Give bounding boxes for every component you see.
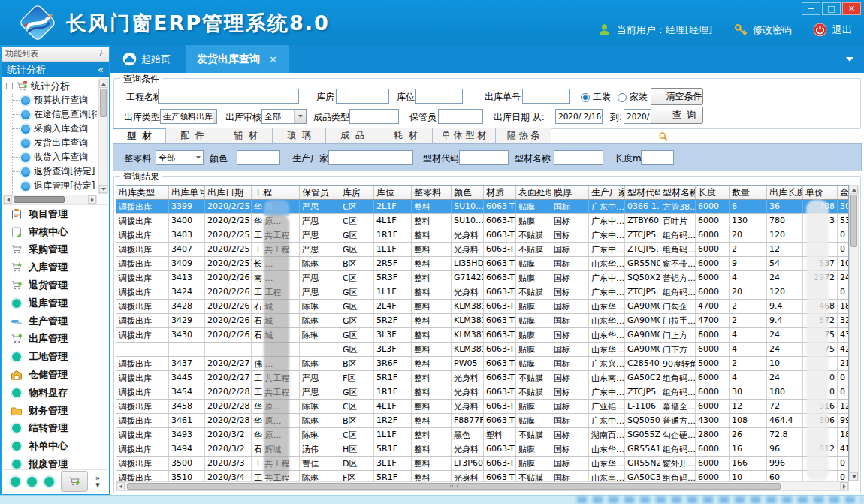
scroll-up-icon[interactable]	[850, 186, 858, 194]
sidebar-item-13[interactable]: 补单中心	[3, 437, 107, 455]
filter-input-4[interactable]	[554, 150, 603, 165]
material-tab-2[interactable]: 辅 材	[219, 128, 273, 143]
project-name-input[interactable]	[158, 89, 299, 104]
circle-icon[interactable]	[44, 477, 54, 487]
column-header-12[interactable]: 生产厂家	[589, 186, 625, 199]
table-row[interactable]: 调拨出库34582020/2/28华 原…陈琳C区4L1F整料光身料6063-T…	[116, 400, 848, 414]
column-header-8[interactable]: 颜色	[452, 186, 484, 199]
scroll-down-icon[interactable]	[850, 472, 858, 481]
table-row[interactable]: 调拨出库34612020/2/28华 原…陈琳B区1R2F整料F8877FT60…	[116, 414, 848, 428]
tab-shipment-query[interactable]: 发货出库查询 ×	[186, 45, 289, 73]
order-no-input[interactable]	[522, 89, 570, 104]
sidebar-item-8[interactable]: 工地管理	[3, 348, 107, 366]
circle-icon[interactable]	[11, 477, 20, 487]
tab-close-icon[interactable]: ×	[269, 53, 277, 65]
sidebar-item-2[interactable]: 采购管理	[3, 241, 107, 259]
column-header-13[interactable]: 型材代码	[625, 186, 660, 199]
tree-item-3[interactable]: 发货出库查询	[3, 136, 97, 150]
sidebar-item-12[interactable]: 结转管理	[3, 420, 107, 438]
out-type-select[interactable]: 生产领料出库	[160, 109, 217, 124]
audit-select[interactable]: 全部	[261, 109, 307, 124]
sidebar-item-11[interactable]: 财务管理	[3, 402, 107, 420]
table-row[interactable]: 调拨出库34092020/2/25长 …陈琳B区2R5F整料LI35HD6063…	[116, 257, 848, 271]
scroll-left-icon[interactable]	[4, 195, 12, 204]
tree-scroll-thumb[interactable]	[100, 89, 107, 117]
scroll-right-icon[interactable]	[88, 195, 96, 204]
column-header-9[interactable]: 材质	[484, 186, 516, 199]
column-header-6[interactable]: 库位	[374, 186, 412, 199]
search-button[interactable]: 查 询	[651, 107, 703, 124]
results-scroll-thumb[interactable]	[850, 195, 857, 247]
radio-jiazhuang[interactable]: 家装	[618, 91, 648, 104]
tree-horizontal-scrollbar[interactable]	[3, 195, 97, 204]
tree-item-2[interactable]: 采购入库查询	[3, 122, 97, 136]
tree-item-0[interactable]: 预算执行查询	[3, 93, 97, 107]
column-header-7[interactable]: 整零料	[412, 186, 452, 199]
collapse-icon[interactable]: «	[98, 64, 104, 75]
column-header-0[interactable]: 出库类型	[116, 186, 169, 199]
sidebar-item-10[interactable]: 物料盘存	[3, 384, 107, 402]
scroll-up-icon[interactable]	[99, 80, 107, 88]
sidebar-item-14[interactable]: 报废管理	[3, 455, 107, 470]
close-button[interactable]: ✕	[842, 2, 861, 15]
tree-item-6[interactable]: 退库管理[待定]	[3, 179, 97, 193]
column-header-4[interactable]: 保管员	[300, 186, 340, 199]
column-header-17[interactable]: 出库长度	[767, 186, 803, 199]
table-row[interactable]: 调拨出库34132020/2/26南 …严思C区5R3F整料G714226063…	[116, 271, 848, 285]
sidebar-item-5[interactable]: 退库管理	[3, 294, 107, 312]
sidebar-item-7[interactable]: 出库管理	[3, 330, 107, 349]
material-tab-0[interactable]: 型 材	[113, 128, 166, 143]
minimize-button[interactable]: ─	[802, 2, 820, 15]
material-tab-3[interactable]: 玻 璃	[273, 128, 326, 143]
sidebar-item-1[interactable]: 审核中心	[3, 223, 107, 241]
date-from-select[interactable]: 2020/ 2/16	[555, 109, 603, 124]
sidebar-item-6[interactable]: 生产管理	[3, 312, 107, 330]
keeper-input[interactable]	[438, 109, 483, 124]
table-row[interactable]: 调拨出库34302020/2/26石 城陈琳G区3L3F整料KLM3817606…	[116, 328, 848, 343]
sidebar-item-4[interactable]: 退货管理	[3, 276, 107, 294]
results-horizontal-scrollbar[interactable]	[116, 481, 849, 491]
table-row[interactable]: 调拨出库34282020/2/26石 城陈琳G区2L4F整料KLM3817606…	[116, 300, 848, 314]
table-row[interactable]: 调拨出库35102020/3/4工 共工程陈琳F区5R1F整料光身料6063-T…	[116, 471, 848, 481]
table-row[interactable]: 调拨出库35002020/3/3工 共工程曹佳D区3L1F整料LT3P60606…	[116, 457, 848, 471]
material-tab-5[interactable]: 耗 材	[379, 128, 433, 143]
clear-conditions-button[interactable]: 清空条件	[651, 88, 703, 105]
radio-gongzhuang[interactable]: 工装	[581, 91, 611, 104]
column-header-14[interactable]: 型材名称	[660, 186, 696, 199]
product-type-input[interactable]	[349, 109, 399, 124]
tree-root[interactable]: – 统计分析	[3, 79, 97, 93]
location-input[interactable]	[415, 89, 463, 104]
column-header-1[interactable]: 出库单号	[169, 186, 205, 199]
column-header-18[interactable]: 单价	[803, 186, 838, 199]
cart-shortcut-button[interactable]	[61, 471, 88, 492]
material-tab-7[interactable]: 隔 热 条	[496, 128, 551, 143]
maximize-button[interactable]: □	[822, 2, 841, 15]
scroll-left-icon[interactable]	[116, 482, 125, 490]
change-password-link[interactable]: 修改密码	[753, 23, 792, 37]
table-row[interactable]: 调拨出库34452020/2/27工 共工程严思F区5R1F整料光身料6063-…	[116, 371, 848, 385]
tree-item-1[interactable]: 在途信息查询[待	[3, 107, 97, 122]
column-header-15[interactable]: 长度	[696, 186, 730, 199]
column-header-11[interactable]: 膜厚	[551, 186, 589, 199]
warehouse-input[interactable]	[336, 89, 389, 104]
column-header-2[interactable]: 出库日期	[205, 186, 252, 199]
column-header-16[interactable]: 数量	[730, 186, 767, 199]
column-header-10[interactable]: 表面处理	[516, 186, 551, 199]
pin-icon[interactable]	[98, 49, 105, 59]
sidebar-item-9[interactable]: 仓储管理	[3, 366, 107, 384]
tab-home[interactable]: 起始页	[116, 45, 177, 73]
filter-input-2[interactable]	[328, 150, 413, 165]
table-row[interactable]: 调拨出库34072020/2/25工 共工程严思G区1L1F整料光身料6063-…	[116, 243, 848, 257]
table-row[interactable]: 调拨出库34372020/2/27佛 …陈琳B区3R6F整料PW056063-T…	[116, 357, 848, 371]
material-tab-1[interactable]: 配 件	[166, 128, 219, 143]
tree-collapse-icon[interactable]: –	[6, 83, 13, 89]
tab-list-caret-icon[interactable]	[846, 57, 853, 62]
tree-vertical-scrollbar[interactable]	[98, 79, 108, 194]
tree-item-5[interactable]: 退货查询[待定]	[3, 164, 97, 179]
logout-link[interactable]: 退出	[832, 23, 852, 37]
column-header-5[interactable]: 库房	[340, 186, 374, 199]
table-row[interactable]: 调拨出库34032020/2/25工 共工程严思G区1R1F整料光身料6063-…	[116, 228, 848, 243]
sidebar-item-0[interactable]: 项目管理	[3, 205, 107, 223]
column-header-3[interactable]: 工程	[252, 186, 300, 199]
table-row[interactable]: 调拨出库34942020/3/2石 辉城汤伟H区5R1F整料光身料6063-T5…	[116, 442, 848, 457]
